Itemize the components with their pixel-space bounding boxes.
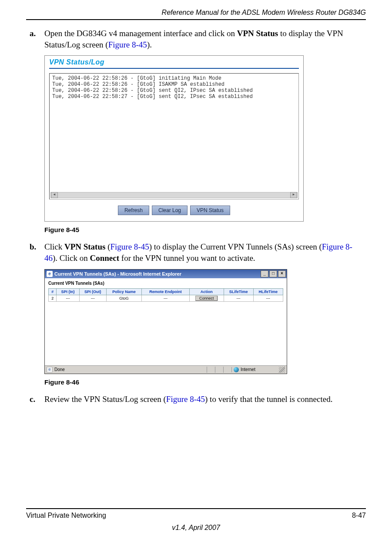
vpn-panel-rule [49,68,299,69]
step-c-text: Review the VPN Status/Log screen (Figure… [44,394,362,405]
figure-8-46: e Current VPN Tunnels (SAs) - Microsoft … [44,269,362,386]
page-footer: Virtual Private Networking 8-47 v1.4, Ap… [26,508,366,532]
td-spi-in: --- [57,295,79,301]
td-policy: GtoG [106,295,142,301]
text: Open the DG834G v4 management interface … [44,29,237,38]
text: ) to display the Current VPN Tunnels (SA… [149,242,322,251]
status-zone: Internet [231,367,277,372]
window-title: Current VPN Tunnels (SAs) - Microsoft In… [54,271,181,277]
text-bold: VPN Status [237,29,278,38]
globe-icon [234,367,239,372]
figure-link[interactable]: Figure 8-45 [108,40,147,49]
scroll-left-icon[interactable]: ◄ [51,192,58,198]
text: Click [44,242,64,251]
step-a: a. Open the DG834G v4 management interfa… [30,28,362,50]
figure-link[interactable]: Figure 8-45 [166,395,205,404]
scroll-right-icon[interactable]: ► [290,192,297,198]
status-cells [207,367,231,373]
figure-8-45: VPN Status/Log Tue, 2004-06-22 22:58:26 … [44,55,362,233]
step-b-marker: b. [30,241,44,263]
text: Review the VPN Status/Log screen ( [44,395,166,404]
tunnels-table: # SPI (In) SPI (Out) Policy Name Remote … [48,288,283,302]
step-c-marker: c. [30,394,44,405]
td-remote: --- [142,295,189,301]
text: ). [147,40,152,49]
refresh-button[interactable]: Refresh [118,206,149,215]
vpn-status-button[interactable]: VPN Status [190,206,230,215]
td-action: Connect [189,295,224,301]
page-icon: e [47,367,53,373]
connect-button[interactable]: Connect [195,296,218,301]
text: ( [105,242,110,251]
minimize-icon[interactable]: _ [261,270,268,277]
scrollbar[interactable]: ◄ ► [50,192,298,198]
step-a-marker: a. [30,28,44,50]
log-line: Tue, 2004-06-22 22:58:26 - [GtoG] initia… [52,75,296,81]
table-row: 2 --- --- GtoG --- Connect --- --- [49,295,283,301]
vpn-status-panel: VPN Status/Log Tue, 2004-06-22 22:58:26 … [44,55,304,222]
status-done: Done [54,367,65,372]
figure-link[interactable]: Figure 8-45 [110,242,149,251]
step-b: b. Click VPN Status (Figure 8-45) to dis… [30,241,362,263]
step-c: c. Review the VPN Status/Log screen (Fig… [30,394,362,405]
th: SPI (Out) [79,288,106,295]
step-a-text: Open the DG834G v4 management interface … [44,28,362,50]
ie-icon: e [47,271,53,277]
th: SLifeTime [224,288,253,295]
td-num: 2 [49,295,57,301]
ie-body: Current VPN Tunnels (SAs) # SPI (In) SPI… [45,278,287,365]
text-bold: Connect [90,253,120,263]
th: Policy Name [106,288,142,295]
log-line: Tue, 2004-06-22 22:58:26 - [GtoG] ISAKMP… [52,81,296,88]
td-spi-out: --- [79,295,106,301]
text: ). Click on [53,253,90,263]
close-icon[interactable]: × [278,270,286,277]
header-rule [26,19,366,20]
th: Remote Endpoint [142,288,189,295]
footer-section: Virtual Private Networking [26,512,106,519]
log-line: Tue, 2004-06-22 22:58:26 - [GtoG] sent Q… [52,88,296,94]
ie-titlebar: e Current VPN Tunnels (SAs) - Microsoft … [45,270,287,278]
footer-rule [26,508,366,509]
manual-title: Reference Manual for the ADSL Modem Wire… [26,9,366,17]
resize-grip-icon[interactable] [279,367,285,373]
ie-statusbar: e Done Internet [45,365,287,374]
step-b-text: Click VPN Status (Figure 8-45) to displa… [44,241,362,263]
th: # [49,288,57,295]
vpn-panel-title: VPN Status/Log [49,58,299,66]
th: Action [189,288,224,295]
text: for the VPN tunnel you want to activate. [119,253,255,263]
text: ) to verify that the tunnel is connected… [205,395,332,404]
figure-caption: Figure 8-45 [44,226,362,233]
tunnels-title: Current VPN Tunnels (SAs) [48,281,283,286]
ie-window: e Current VPN Tunnels (SAs) - Microsoft … [44,269,287,374]
status-internet: Internet [241,367,255,372]
clear-log-button[interactable]: Clear Log [152,206,188,215]
table-header-row: # SPI (In) SPI (Out) Policy Name Remote … [49,288,283,295]
td-slife: --- [224,295,253,301]
th: SPI (In) [57,288,79,295]
text-bold: VPN Status [64,242,105,251]
figure-caption: Figure 8-46 [44,378,362,386]
vpn-button-row: Refresh Clear Log VPN Status [49,206,299,215]
log-line: Tue, 2004-06-22 22:58:27 - [GtoG] sent Q… [52,94,296,100]
footer-page: 8-47 [352,512,366,519]
td-hlife: --- [253,295,283,301]
maximize-icon[interactable]: □ [269,270,277,277]
footer-version: v1.4, April 2007 [26,524,366,532]
th: HLifeTime [253,288,283,295]
vpn-log-box: Tue, 2004-06-22 22:58:26 - [GtoG] initia… [49,73,299,199]
